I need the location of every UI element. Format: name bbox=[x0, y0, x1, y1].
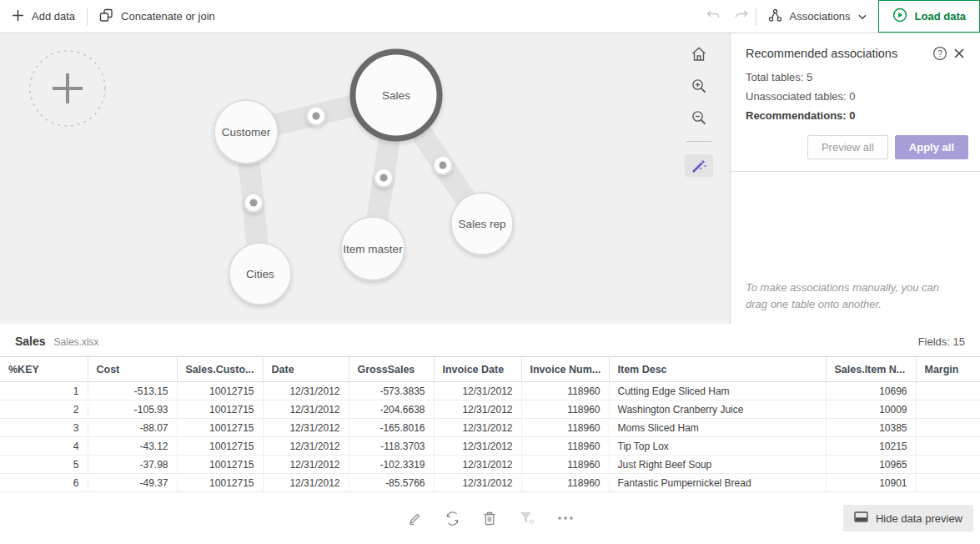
table-row: 4-43.121001271512/31/2012-118.370312/31/… bbox=[0, 437, 980, 456]
column-header-grosssales[interactable]: GrossSales bbox=[349, 357, 434, 382]
table-cell: 118960 bbox=[521, 437, 609, 456]
table-cell: 12/31/2012 bbox=[434, 474, 521, 492]
help-button[interactable]: ? bbox=[930, 46, 950, 61]
table-cell: -118.3703 bbox=[349, 437, 434, 456]
table-cell: -165.8016 bbox=[349, 419, 434, 437]
table-row: 3-88.071001271512/31/2012-165.801612/31/… bbox=[0, 419, 980, 437]
table-cell: 4 bbox=[0, 437, 88, 456]
table-cell: 12/31/2012 bbox=[434, 419, 521, 437]
edit-table-button[interactable] bbox=[407, 511, 423, 526]
clear-filters-button[interactable] bbox=[519, 511, 535, 526]
close-button[interactable] bbox=[950, 47, 968, 60]
plus-icon bbox=[53, 73, 83, 103]
main-area: CustomerSalesCitiesItem masterSales rep bbox=[0, 33, 980, 324]
table-bubble-label: Sales rep bbox=[458, 218, 505, 230]
recommendations-wand-button[interactable] bbox=[685, 154, 713, 177]
zoom-out-button[interactable] bbox=[688, 107, 710, 128]
undo-icon bbox=[706, 8, 721, 24]
table-cell: Cutting Edge Sliced Ham bbox=[609, 382, 826, 400]
table-cell: -43.12 bbox=[88, 437, 177, 456]
table-cell: 10012715 bbox=[177, 400, 263, 419]
table-cell: 12/31/2012 bbox=[263, 400, 349, 419]
table-cell: 10012715 bbox=[177, 474, 263, 492]
preview-all-button[interactable]: Preview all bbox=[807, 135, 888, 159]
trash-icon bbox=[482, 511, 497, 526]
table-cell: 10012715 bbox=[177, 382, 263, 400]
apply-all-button[interactable]: Apply all bbox=[895, 135, 968, 159]
svg-text:?: ? bbox=[937, 49, 942, 58]
home-button[interactable] bbox=[688, 43, 710, 65]
table-cell: 118960 bbox=[521, 456, 609, 474]
column-header-cost[interactable]: Cost bbox=[88, 357, 177, 382]
pencil-icon bbox=[407, 511, 423, 526]
redo-button[interactable] bbox=[727, 0, 756, 33]
column-header-invoice-date[interactable]: Invoice Date bbox=[434, 357, 521, 382]
table-cell: 118960 bbox=[521, 400, 609, 419]
table-cell: 10012715 bbox=[177, 437, 263, 456]
table-cell: Moms Sliced Ham bbox=[609, 419, 826, 437]
panel-collapse-icon bbox=[854, 511, 868, 525]
table-cell: 12/31/2012 bbox=[263, 382, 349, 400]
table-cell: 12/31/2012 bbox=[263, 456, 349, 474]
panel-actions: Preview all Apply all bbox=[731, 125, 980, 172]
table-cell: 118960 bbox=[521, 419, 609, 437]
concatenate-or-join-button[interactable]: Concatenate or join bbox=[88, 0, 227, 33]
zoom-in-button[interactable] bbox=[688, 75, 710, 97]
load-data-button[interactable]: Load data bbox=[878, 0, 980, 33]
table-cell: 10012715 bbox=[177, 456, 263, 474]
table-cell: 10215 bbox=[826, 437, 916, 456]
table-cell bbox=[916, 400, 980, 419]
top-toolbar: Add data Concatenate or join bbox=[0, 0, 980, 33]
associations-dropdown[interactable]: Associations bbox=[756, 0, 878, 33]
recommended-associations-panel: Recommended associations ? Total tables:… bbox=[730, 33, 980, 324]
table-cell: -49.37 bbox=[88, 474, 177, 492]
table-cell: 12/31/2012 bbox=[434, 456, 521, 474]
delete-table-button[interactable] bbox=[482, 511, 497, 526]
zoom-in-icon bbox=[691, 78, 707, 94]
preview-table: %KEYCostSales.Custo...DateGrossSalesInvo… bbox=[0, 356, 980, 492]
data-preview-section: Sales Sales.xlsx Fields: 15 %KEYCostSale… bbox=[0, 324, 980, 544]
column-header-invoice-num[interactable]: Invoice Num... bbox=[521, 357, 609, 382]
recommendations-list bbox=[731, 172, 980, 280]
table-cell bbox=[916, 456, 980, 474]
panel-title: Recommended associations bbox=[746, 47, 930, 60]
column-header-sales-custo[interactable]: Sales.Custo... bbox=[177, 357, 263, 382]
association-dot-center bbox=[440, 162, 447, 169]
plus-icon bbox=[12, 9, 24, 24]
hide-data-preview-button[interactable]: Hide data preview bbox=[843, 505, 973, 531]
table-row: 5-37.981001271512/31/2012-102.331912/31/… bbox=[0, 456, 980, 474]
table-cell: -88.07 bbox=[88, 419, 177, 437]
preview-table-name: Sales bbox=[15, 335, 46, 348]
column-header-key[interactable]: %KEY bbox=[0, 357, 88, 382]
reload-table-button[interactable] bbox=[445, 511, 460, 526]
table-cell: 10901 bbox=[826, 474, 916, 492]
preview-footer: Hide data preview bbox=[0, 492, 980, 544]
add-data-label: Add data bbox=[32, 10, 75, 23]
fields-count: Fields: 15 bbox=[918, 335, 965, 348]
unassociated-tables-stat: Unassociated tables: 0 bbox=[731, 87, 980, 106]
table-cell: 5 bbox=[0, 456, 88, 474]
concatenate-icon bbox=[99, 8, 113, 25]
add-data-button[interactable]: Add data bbox=[0, 0, 87, 33]
help-icon: ? bbox=[932, 46, 947, 61]
column-header-item-desc[interactable]: Item Desc bbox=[609, 357, 826, 382]
table-cell: -204.6638 bbox=[349, 400, 434, 419]
table-cell: -37.98 bbox=[88, 456, 177, 474]
canvas-controls bbox=[685, 43, 713, 177]
table-cell bbox=[916, 437, 980, 456]
zoom-out-icon bbox=[691, 110, 707, 126]
column-header-sales-item-n[interactable]: Sales.Item N... bbox=[826, 357, 916, 382]
table-cell: 12/31/2012 bbox=[263, 437, 349, 456]
undo-button[interactable] bbox=[699, 0, 727, 33]
association-dot-center bbox=[250, 199, 258, 207]
association-canvas[interactable]: CustomerSalesCitiesItem masterSales rep bbox=[0, 33, 730, 324]
association-dot-center bbox=[380, 174, 388, 182]
concatenate-label: Concatenate or join bbox=[121, 10, 215, 23]
column-header-date[interactable]: Date bbox=[263, 357, 349, 382]
table-cell: 10009 bbox=[826, 400, 916, 419]
toolbar-right: Associations Load data bbox=[699, 0, 980, 33]
column-header-margin[interactable]: Margin bbox=[916, 357, 980, 382]
table-bubble-label: Customer bbox=[222, 126, 271, 139]
more-options-button[interactable] bbox=[557, 516, 574, 521]
table-row: 6-49.371001271512/31/2012-85.576612/31/2… bbox=[0, 474, 980, 492]
